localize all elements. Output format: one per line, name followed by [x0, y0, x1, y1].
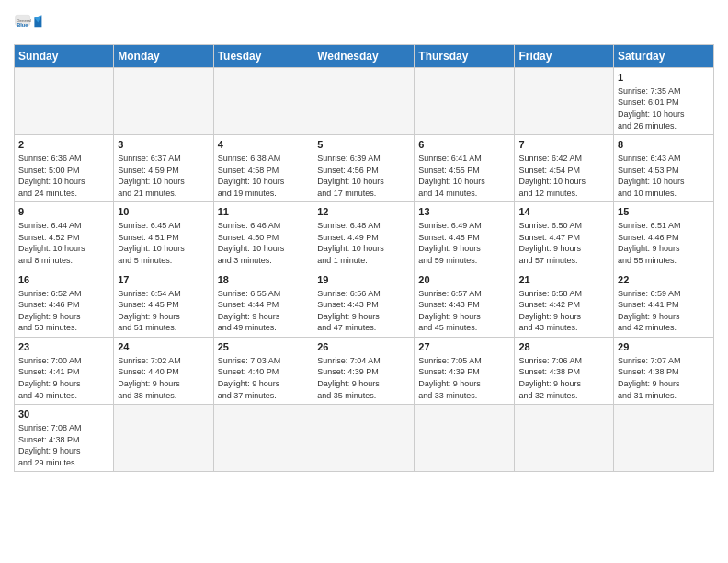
day-number: 13 [418, 205, 510, 219]
calendar-day-cell: 7Sunrise: 6:42 AM Sunset: 4:54 PM Daylig… [515, 135, 614, 202]
day-number: 3 [118, 138, 209, 152]
day-number: 5 [317, 138, 410, 152]
day-info: Sunrise: 6:45 AM Sunset: 4:51 PM Dayligh… [118, 220, 209, 266]
calendar-day-cell: 21Sunrise: 6:58 AM Sunset: 4:42 PM Dayli… [515, 270, 614, 337]
calendar-day-cell: 26Sunrise: 7:04 AM Sunset: 4:39 PM Dayli… [313, 337, 415, 404]
day-number: 28 [518, 340, 609, 354]
calendar-day-cell [415, 68, 515, 135]
generalblue-logo-icon: General Blue [14, 9, 43, 39]
calendar-day-cell [114, 68, 213, 135]
calendar-day-cell: 16Sunrise: 6:52 AM Sunset: 4:46 PM Dayli… [15, 270, 114, 337]
calendar-day-cell: 12Sunrise: 6:48 AM Sunset: 4:49 PM Dayli… [313, 202, 415, 270]
day-number: 25 [218, 340, 310, 354]
day-info: Sunrise: 7:07 AM Sunset: 4:38 PM Dayligh… [618, 355, 710, 401]
calendar-day-cell: 15Sunrise: 6:51 AM Sunset: 4:46 PM Dayli… [614, 202, 714, 270]
day-info: Sunrise: 7:06 AM Sunset: 4:38 PM Dayligh… [518, 355, 609, 401]
calendar-day-cell: 8Sunrise: 6:43 AM Sunset: 4:53 PM Daylig… [614, 135, 714, 202]
day-info: Sunrise: 6:51 AM Sunset: 4:46 PM Dayligh… [618, 220, 710, 266]
calendar-week-row: 2Sunrise: 6:36 AM Sunset: 5:00 PM Daylig… [15, 135, 714, 202]
day-number: 14 [518, 205, 609, 219]
day-info: Sunrise: 6:46 AM Sunset: 4:50 PM Dayligh… [218, 220, 310, 266]
calendar-week-row: 16Sunrise: 6:52 AM Sunset: 4:46 PM Dayli… [15, 270, 714, 337]
day-number: 18 [218, 273, 310, 287]
day-info: Sunrise: 6:54 AM Sunset: 4:45 PM Dayligh… [118, 288, 209, 334]
day-number: 20 [418, 273, 510, 287]
day-number: 2 [18, 138, 109, 152]
svg-text:Blue: Blue [17, 22, 28, 28]
day-of-week-header: Friday [515, 45, 614, 68]
day-number: 8 [618, 138, 710, 152]
calendar-day-cell [313, 405, 415, 472]
calendar-table: SundayMondayTuesdayWednesdayThursdayFrid… [14, 44, 714, 472]
header: General Blue [14, 9, 714, 39]
page: General Blue SundayMondayTuesdayWednesda… [0, 0, 728, 563]
day-number: 7 [518, 138, 609, 152]
calendar-day-cell [515, 405, 614, 472]
calendar-day-cell [415, 405, 515, 472]
day-info: Sunrise: 6:56 AM Sunset: 4:43 PM Dayligh… [317, 288, 410, 334]
calendar-day-cell [15, 68, 114, 135]
calendar-day-cell: 10Sunrise: 6:45 AM Sunset: 4:51 PM Dayli… [114, 202, 213, 270]
calendar-header-row: SundayMondayTuesdayWednesdayThursdayFrid… [15, 45, 714, 68]
day-number: 12 [317, 205, 410, 219]
day-number: 16 [18, 273, 109, 287]
day-number: 22 [618, 273, 710, 287]
day-info: Sunrise: 6:48 AM Sunset: 4:49 PM Dayligh… [317, 220, 410, 266]
day-of-week-header: Sunday [15, 45, 114, 68]
day-info: Sunrise: 7:03 AM Sunset: 4:40 PM Dayligh… [218, 355, 310, 401]
calendar-day-cell: 11Sunrise: 6:46 AM Sunset: 4:50 PM Dayli… [213, 202, 313, 270]
calendar-day-cell: 2Sunrise: 6:36 AM Sunset: 5:00 PM Daylig… [15, 135, 114, 202]
calendar-day-cell: 18Sunrise: 6:55 AM Sunset: 4:44 PM Dayli… [213, 270, 313, 337]
day-info: Sunrise: 6:38 AM Sunset: 4:58 PM Dayligh… [218, 153, 310, 199]
day-info: Sunrise: 7:04 AM Sunset: 4:39 PM Dayligh… [317, 355, 410, 401]
calendar-day-cell: 17Sunrise: 6:54 AM Sunset: 4:45 PM Dayli… [114, 270, 213, 337]
day-info: Sunrise: 6:39 AM Sunset: 4:56 PM Dayligh… [317, 153, 410, 199]
day-info: Sunrise: 7:08 AM Sunset: 4:38 PM Dayligh… [18, 422, 109, 468]
calendar-day-cell [313, 68, 415, 135]
day-info: Sunrise: 6:36 AM Sunset: 5:00 PM Dayligh… [18, 153, 109, 199]
calendar-day-cell: 1Sunrise: 7:35 AM Sunset: 6:01 PM Daylig… [614, 68, 714, 135]
day-info: Sunrise: 6:58 AM Sunset: 4:42 PM Dayligh… [518, 288, 609, 334]
calendar-day-cell [114, 405, 213, 472]
day-number: 9 [18, 205, 109, 219]
day-number: 21 [518, 273, 609, 287]
day-of-week-header: Wednesday [313, 45, 415, 68]
day-number: 6 [418, 138, 510, 152]
calendar-day-cell: 27Sunrise: 7:05 AM Sunset: 4:39 PM Dayli… [415, 337, 515, 404]
calendar-day-cell: 28Sunrise: 7:06 AM Sunset: 4:38 PM Dayli… [515, 337, 614, 404]
day-info: Sunrise: 7:35 AM Sunset: 6:01 PM Dayligh… [618, 86, 710, 132]
day-info: Sunrise: 6:37 AM Sunset: 4:59 PM Dayligh… [118, 153, 209, 199]
day-info: Sunrise: 6:43 AM Sunset: 4:53 PM Dayligh… [618, 153, 710, 199]
day-number: 10 [118, 205, 209, 219]
calendar-day-cell: 30Sunrise: 7:08 AM Sunset: 4:38 PM Dayli… [15, 405, 114, 472]
calendar-week-row: 1Sunrise: 7:35 AM Sunset: 6:01 PM Daylig… [15, 68, 714, 135]
day-info: Sunrise: 7:05 AM Sunset: 4:39 PM Dayligh… [418, 355, 510, 401]
day-number: 11 [218, 205, 310, 219]
day-info: Sunrise: 6:49 AM Sunset: 4:48 PM Dayligh… [418, 220, 510, 266]
day-of-week-header: Saturday [614, 45, 714, 68]
day-info: Sunrise: 6:50 AM Sunset: 4:47 PM Dayligh… [518, 220, 609, 266]
day-info: Sunrise: 6:42 AM Sunset: 4:54 PM Dayligh… [518, 153, 609, 199]
calendar-day-cell: 5Sunrise: 6:39 AM Sunset: 4:56 PM Daylig… [313, 135, 415, 202]
calendar-day-cell: 3Sunrise: 6:37 AM Sunset: 4:59 PM Daylig… [114, 135, 213, 202]
calendar-day-cell: 14Sunrise: 6:50 AM Sunset: 4:47 PM Dayli… [515, 202, 614, 270]
day-info: Sunrise: 6:57 AM Sunset: 4:43 PM Dayligh… [418, 288, 510, 334]
calendar-day-cell: 23Sunrise: 7:00 AM Sunset: 4:41 PM Dayli… [15, 337, 114, 404]
day-info: Sunrise: 6:44 AM Sunset: 4:52 PM Dayligh… [18, 220, 109, 266]
calendar-week-row: 9Sunrise: 6:44 AM Sunset: 4:52 PM Daylig… [15, 202, 714, 270]
calendar-day-cell: 9Sunrise: 6:44 AM Sunset: 4:52 PM Daylig… [15, 202, 114, 270]
calendar-week-row: 30Sunrise: 7:08 AM Sunset: 4:38 PM Dayli… [15, 405, 714, 472]
day-info: Sunrise: 6:55 AM Sunset: 4:44 PM Dayligh… [218, 288, 310, 334]
day-info: Sunrise: 6:52 AM Sunset: 4:46 PM Dayligh… [18, 288, 109, 334]
day-number: 17 [118, 273, 209, 287]
day-of-week-header: Tuesday [213, 45, 313, 68]
day-number: 1 [618, 71, 710, 85]
calendar-day-cell: 13Sunrise: 6:49 AM Sunset: 4:48 PM Dayli… [415, 202, 515, 270]
day-number: 23 [18, 340, 109, 354]
calendar-day-cell: 24Sunrise: 7:02 AM Sunset: 4:40 PM Dayli… [114, 337, 213, 404]
calendar-day-cell [614, 405, 714, 472]
day-number: 27 [418, 340, 510, 354]
day-of-week-header: Monday [114, 45, 213, 68]
day-info: Sunrise: 7:02 AM Sunset: 4:40 PM Dayligh… [118, 355, 209, 401]
calendar-day-cell: 22Sunrise: 6:59 AM Sunset: 4:41 PM Dayli… [614, 270, 714, 337]
